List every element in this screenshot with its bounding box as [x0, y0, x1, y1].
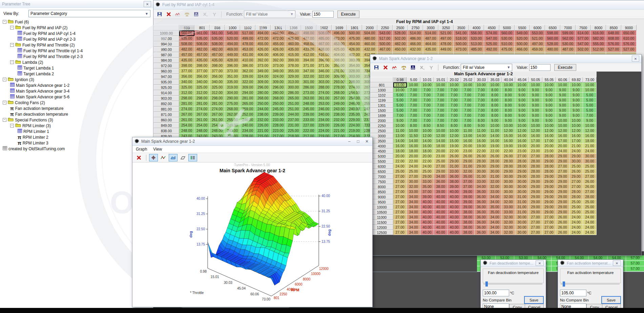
table-cell[interactable]: 268.00 — [271, 96, 286, 101]
table-cell[interactable]: 40.00 — [448, 189, 461, 194]
close-icon[interactable]: ✕ — [363, 139, 370, 144]
table-cell[interactable]: 25.00 — [420, 169, 434, 174]
table-cell[interactable]: 267.00 — [210, 112, 225, 117]
row-header[interactable]: 7000 — [370, 174, 393, 179]
table-cell[interactable]: 29.00 — [556, 194, 569, 199]
col-header[interactable]: 60.06 — [556, 77, 569, 82]
table-cell[interactable]: 39.00 — [461, 199, 475, 204]
table-cell[interactable]: 309.00 — [240, 85, 255, 90]
table-cell[interactable]: 22.00 — [475, 149, 488, 154]
table-cell[interactable]: 508.00 — [179, 41, 194, 47]
row-header[interactable]: 914.00 — [153, 90, 179, 96]
table-cell[interactable]: 9.00 — [515, 108, 529, 113]
table-cell[interactable]: 34.00 — [407, 215, 420, 220]
row-header[interactable]: 1500 — [370, 108, 393, 113]
table-cell[interactable]: 8.00 — [488, 108, 502, 113]
table-cell[interactable]: 339.00 — [240, 74, 255, 79]
table-cell[interactable]: 34.00 — [488, 199, 502, 204]
table-cell[interactable]: 392.00 — [255, 58, 271, 63]
table-cell[interactable]: 298.00 — [194, 96, 210, 101]
row-header[interactable]: 4000 — [370, 143, 393, 149]
col-header[interactable]: 2250 — [377, 25, 393, 31]
table-cell[interactable]: 29.00 — [542, 204, 556, 210]
table-cell[interactable]: 40.00 — [420, 220, 434, 225]
table-cell[interactable]: 16.00 — [502, 138, 515, 143]
table-cell[interactable]: 7.00 — [461, 98, 475, 103]
table-cell[interactable]: 24.00 — [420, 164, 434, 169]
table-cell[interactable]: 383.00 — [347, 58, 362, 63]
table-cell[interactable]: 12.00 — [502, 128, 515, 133]
table-cell[interactable]: 12.00 — [542, 128, 556, 133]
row-header[interactable]: 4500 — [370, 149, 393, 154]
col-header[interactable]: 6500 — [545, 25, 560, 31]
table-cell[interactable]: 36.00 — [475, 230, 488, 235]
table-cell[interactable]: 31.00 — [515, 210, 529, 215]
tree-item[interactable]: −Fuel by RPM and IAP (2) — [0, 25, 153, 31]
table-cell[interactable]: 244.00 — [255, 106, 271, 112]
table-cell[interactable]: 40.00 — [434, 210, 448, 215]
table-cell[interactable]: 398.00 — [179, 63, 194, 69]
table-cell[interactable]: 28.00 — [583, 194, 597, 199]
table-cell[interactable]: 9.00 — [556, 93, 569, 98]
table-cell[interactable]: 239.00 — [271, 112, 286, 117]
table-cell[interactable]: 576.00 — [621, 41, 637, 47]
table-cell[interactable]: 480.00 — [545, 47, 560, 52]
trace-icon[interactable] — [391, 64, 399, 71]
table-cell[interactable]: 29.00 — [515, 169, 529, 174]
table-cell[interactable]: 31.00 — [515, 194, 529, 199]
table-cell[interactable]: 508.00 — [316, 31, 332, 36]
table-cell[interactable]: 222.00 — [301, 128, 316, 134]
table-cell[interactable]: 25.00 — [569, 199, 583, 204]
table-cell[interactable]: 28.00 — [569, 189, 583, 194]
table-cell[interactable]: 331.00 — [332, 69, 347, 74]
table-cell[interactable]: 547.00 — [484, 36, 499, 41]
table-cell[interactable]: 298.00 — [210, 96, 225, 101]
table-cell[interactable]: 268.00 — [225, 106, 240, 112]
table-cell[interactable]: 9.00 — [542, 98, 556, 103]
table-cell[interactable]: 10.00 — [583, 87, 597, 93]
table-cell[interactable]: 494.00 — [255, 31, 271, 36]
table-cell[interactable]: 464.00 — [423, 41, 438, 47]
table-cell[interactable]: 433.00 — [301, 47, 316, 52]
table-cell[interactable]: 274.00 — [179, 106, 194, 112]
table-cell[interactable]: 28.00 — [502, 159, 515, 164]
table-cell[interactable]: 28.00 — [529, 169, 542, 174]
table-cell[interactable]: 19.00 — [488, 143, 502, 149]
table-cell[interactable]: 9.00 — [515, 118, 529, 123]
table-cell[interactable]: 435.00 — [179, 58, 194, 63]
col-header[interactable]: 5000 — [499, 25, 515, 31]
table-cell[interactable]: 325.00 — [210, 85, 225, 90]
table-cell[interactable]: 460.00 — [362, 41, 377, 47]
table-cell[interactable]: 15.00 — [393, 82, 407, 87]
table-cell[interactable]: 303.00 — [347, 74, 362, 79]
table-cell[interactable]: 5.00 — [393, 103, 407, 108]
table-cell[interactable]: 480.00 — [362, 36, 377, 41]
table-cell[interactable]: 9.00 — [529, 113, 542, 118]
table-cell[interactable]: 313.00 — [286, 79, 301, 85]
table-cell[interactable]: 19.00 — [515, 143, 529, 149]
table-cell[interactable]: 412.00 — [301, 52, 316, 58]
table-cell[interactable]: 27.00 — [393, 179, 407, 184]
table-cell[interactable]: 27.00 — [393, 204, 407, 210]
table-cell[interactable]: 29.00 — [461, 159, 475, 164]
table-cell[interactable]: 614.00 — [576, 31, 591, 36]
table-cell[interactable]: 28.00 — [542, 169, 556, 174]
table-cell[interactable]: 9.00 — [542, 108, 556, 113]
table-cell[interactable]: 431.00 — [240, 52, 255, 58]
table-cell[interactable]: 37.00 — [420, 189, 434, 194]
table-cell[interactable]: 288.00 — [347, 79, 362, 85]
table-cell[interactable]: 394.00 — [301, 58, 316, 63]
table-cell[interactable]: 27.00 — [393, 199, 407, 204]
table-cell[interactable]: 26.00 — [448, 154, 461, 159]
table-cell[interactable]: 40.00 — [420, 215, 434, 220]
tree-item[interactable]: Fuel by RPM and Throttle cyl 1-4 — [0, 48, 153, 54]
table-cell[interactable]: 36.00 — [475, 225, 488, 230]
table-cell[interactable]: 26.00 — [556, 215, 569, 220]
table-cell[interactable]: 7.00 — [434, 93, 448, 98]
table-cell[interactable]: 34.00 — [475, 184, 488, 189]
table-cell[interactable]: 354.00 — [347, 63, 362, 69]
table-cell[interactable]: 249.00 — [225, 123, 240, 128]
table-cell[interactable]: 38.00 — [434, 184, 448, 189]
table-cell[interactable]: 396.00 — [225, 63, 240, 69]
table-cell[interactable]: 40.00 — [434, 220, 448, 225]
